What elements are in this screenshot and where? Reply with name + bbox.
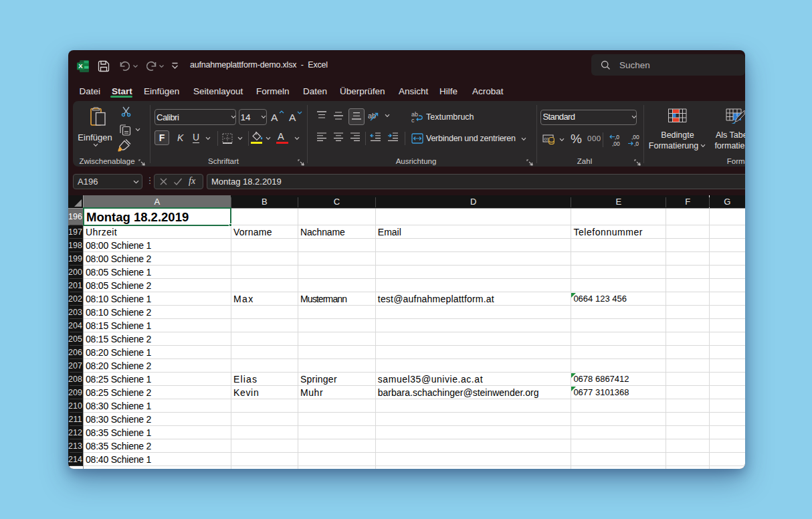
svg-text:co: co	[544, 136, 550, 140]
svg-text:,0: ,0	[634, 140, 639, 146]
svg-text:c: c	[411, 116, 415, 122]
svg-text:,00: ,00	[612, 140, 620, 146]
svg-text:,00: ,00	[631, 134, 639, 140]
svg-text:,0: ,0	[615, 134, 619, 140]
svg-text:X: X	[78, 62, 83, 70]
